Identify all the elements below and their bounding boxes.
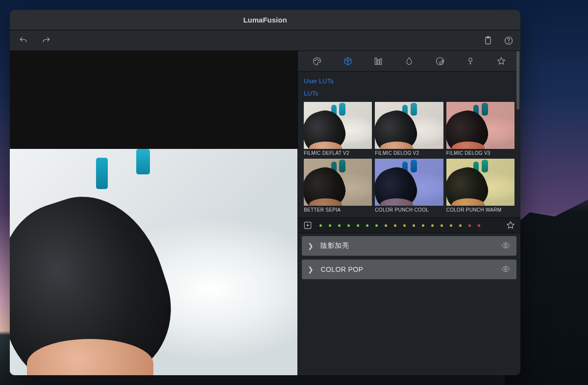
window-titlebar: LumaFusion [10, 10, 520, 30]
lut-item[interactable]: BETTER SEPIA [304, 159, 372, 213]
preset-dots-row [298, 217, 520, 233]
lut-item[interactable]: COLOR PUNCH COOL [375, 159, 443, 213]
effects-panel: User LUTs LUTs FILMIC DEFLAT V2 FILMIC D… [297, 51, 520, 375]
help-icon[interactable] [504, 36, 514, 46]
svg-point-4 [315, 60, 316, 61]
lut-thumb [375, 159, 443, 206]
lut-thumb [375, 102, 443, 149]
svg-point-5 [317, 59, 318, 60]
levels-icon[interactable] [373, 56, 383, 66]
lut-item[interactable]: COLOR PUNCH WARM [446, 159, 514, 213]
cube-icon[interactable] [343, 56, 353, 66]
preset-dot[interactable] [357, 224, 359, 227]
preset-dot[interactable] [413, 224, 415, 227]
lut-name: FILMIC DELOG V3 [446, 150, 514, 156]
lut-name: COLOR PUNCH WARM [446, 207, 514, 213]
chevron-right-icon: ❯ [308, 265, 314, 273]
star-icon[interactable] [496, 56, 506, 66]
blur-icon[interactable] [404, 56, 414, 66]
preset-dot[interactable] [366, 224, 368, 227]
redo-icon[interactable] [41, 36, 51, 46]
clipboard-icon[interactable] [483, 36, 493, 46]
preset-dot[interactable] [338, 224, 341, 227]
effect-row[interactable]: ❯ 陰影加亮 [302, 236, 516, 256]
svg-point-6 [318, 60, 319, 61]
svg-point-14 [505, 267, 507, 270]
app-title: LumaFusion [243, 16, 287, 24]
key-icon[interactable] [466, 56, 475, 66]
effect-label: 陰影加亮 [320, 241, 349, 250]
preset-dot[interactable] [403, 224, 406, 227]
palette-icon[interactable] [312, 56, 322, 66]
section-user-luts[interactable]: User LUTs [304, 77, 515, 85]
lut-item[interactable]: FILMIC DELOG V2 [375, 102, 443, 156]
lut-thumb [446, 102, 514, 149]
svg-rect-7 [375, 58, 377, 64]
preset-dot[interactable] [385, 224, 387, 227]
chevron-right-icon: ❯ [308, 242, 314, 250]
lut-item[interactable]: FILMIC DEFLAT V2 [304, 102, 372, 156]
undo-icon[interactable] [19, 36, 28, 46]
section-luts[interactable]: LUTs [304, 90, 515, 97]
preset-dot[interactable] [450, 224, 452, 227]
effect-label: COLOR POP [320, 265, 363, 273]
preview-pane [10, 51, 297, 375]
app-window: LumaFusion [10, 10, 520, 375]
lut-list: User LUTs LUTs FILMIC DEFLAT V2 FILMIC D… [298, 72, 520, 217]
lut-thumb [446, 159, 514, 206]
panel-scrollbar[interactable] [516, 51, 519, 110]
lut-name: COLOR PUNCH COOL [375, 207, 443, 213]
preset-dot[interactable] [468, 224, 471, 227]
lut-thumb [304, 159, 372, 206]
svg-point-13 [505, 244, 507, 246]
preset-dot[interactable] [394, 224, 396, 227]
applied-effects: ❯ 陰影加亮 ❯ COLOR POP [298, 233, 520, 282]
preset-dots[interactable] [317, 224, 502, 227]
preset-dot[interactable] [329, 224, 331, 227]
effect-row[interactable]: ❯ COLOR POP [302, 260, 516, 279]
visibility-eye-icon[interactable] [501, 265, 511, 275]
spiral-icon[interactable] [435, 56, 445, 66]
lut-name: BETTER SEPIA [304, 207, 372, 213]
lut-item[interactable]: FILMIC DELOG V3 [446, 102, 514, 156]
preset-dot[interactable] [375, 224, 378, 227]
panel-tabs [298, 51, 520, 72]
svg-point-3 [509, 42, 509, 43]
preview-top-black [10, 51, 297, 149]
preset-dot[interactable] [441, 224, 443, 227]
svg-rect-8 [378, 59, 379, 64]
svg-point-11 [469, 58, 472, 61]
favorite-star-icon[interactable] [506, 220, 515, 230]
preset-dot[interactable] [319, 224, 322, 227]
preset-dot[interactable] [347, 224, 350, 227]
preset-dot[interactable] [422, 224, 424, 227]
lut-thumb [304, 102, 372, 149]
lut-name: FILMIC DEFLAT V2 [304, 150, 372, 156]
preview-image[interactable] [10, 149, 297, 375]
svg-rect-9 [380, 59, 382, 65]
import-icon[interactable] [303, 220, 313, 230]
preset-dot[interactable] [459, 224, 462, 227]
main-toolbar [10, 30, 520, 51]
visibility-eye-icon[interactable] [501, 241, 511, 251]
lut-name: FILMIC DELOG V2 [375, 150, 443, 156]
preset-dot[interactable] [478, 224, 480, 227]
preset-dot[interactable] [431, 224, 434, 227]
